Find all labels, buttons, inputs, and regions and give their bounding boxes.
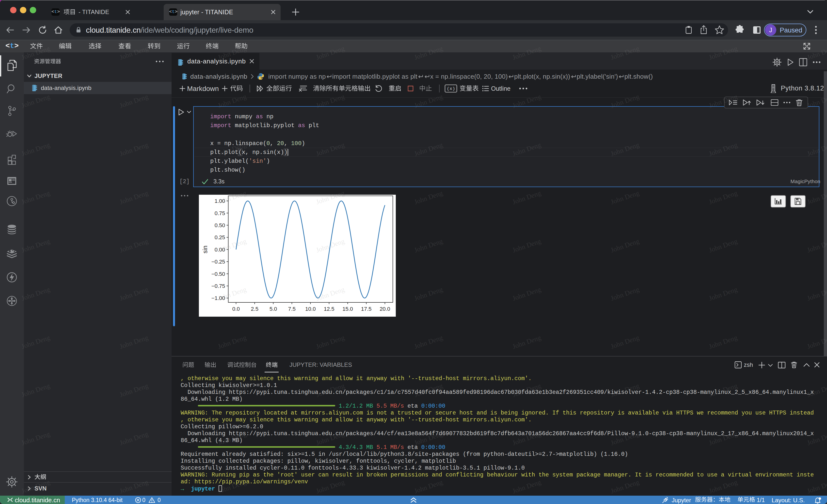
svg-text:0.0: 0.0 [232,306,240,312]
svg-text:0.50: 0.50 [214,222,225,228]
svg-text:12.5: 12.5 [324,306,335,312]
svg-text:5.0: 5.0 [270,306,277,312]
svg-text:−0.25: −0.25 [211,259,225,265]
svg-text:17.5: 17.5 [361,306,372,312]
svg-text:(x): (x) [447,86,455,92]
svg-text:10.0: 10.0 [305,306,316,312]
svg-text:−1.00: −1.00 [211,295,225,301]
svg-text:0.00: 0.00 [214,246,225,253]
svg-text:15.0: 15.0 [342,306,353,312]
svg-text:20.0: 20.0 [380,306,390,312]
svg-text:−0.75: −0.75 [211,283,225,289]
svg-text:0.25: 0.25 [214,234,225,240]
svg-text:−0.50: −0.50 [211,271,225,277]
svg-text:2.5: 2.5 [251,306,258,312]
svg-text:1.00: 1.00 [214,198,225,204]
svg-text:7.5: 7.5 [288,306,296,312]
svg-text:sin: sin [202,245,208,254]
svg-text:0.75: 0.75 [214,210,225,216]
